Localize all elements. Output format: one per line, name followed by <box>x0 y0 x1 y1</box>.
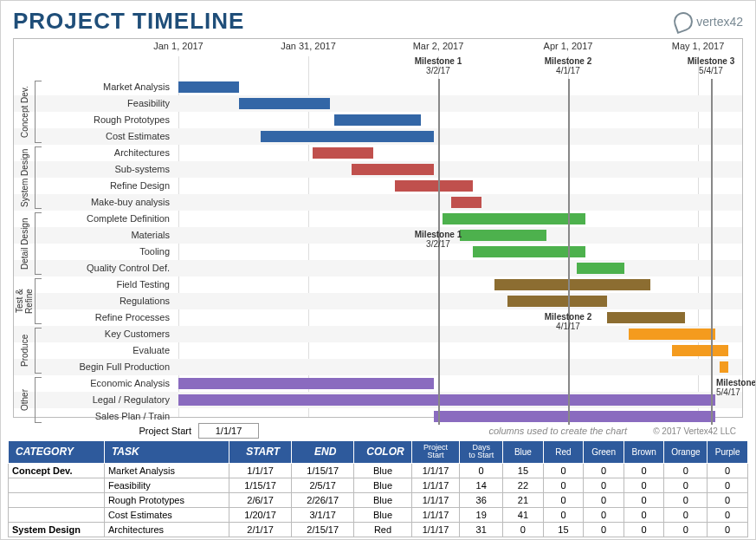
axis-tick: Jan 1, 2017 <box>153 41 204 51</box>
columns-note: columns used to create the chart <box>488 426 627 436</box>
table-cell[interactable]: 3/1/17 <box>292 507 354 522</box>
table-cell: 31 <box>460 522 503 537</box>
task-row: Market Analysis <box>14 79 742 95</box>
milestone-line <box>438 79 440 425</box>
task-label: Cost Estimates <box>43 128 173 145</box>
table-header: Days to Start <box>460 441 503 464</box>
table-cell: 0 <box>624 478 664 492</box>
table-header: Project Start <box>411 441 459 464</box>
table-header: COLOR <box>354 441 412 464</box>
table-header: Red <box>543 441 584 464</box>
task-row: Key Customers <box>14 326 742 342</box>
table-cell[interactable]: Rough Prototypes <box>104 492 229 507</box>
logo-swirl-icon <box>671 9 695 33</box>
table-cell: 0 <box>584 507 624 522</box>
table-cell[interactable]: 2/15/17 <box>292 522 354 537</box>
milestone-callout: Milestone 35/4/17 <box>716 378 756 397</box>
table-cell[interactable]: 2/6/17 <box>229 492 292 507</box>
gantt-bar <box>451 197 481 208</box>
table-header: TASK <box>104 441 229 464</box>
group-brace <box>35 212 42 275</box>
gantt-bar <box>720 361 728 373</box>
table-cell: 0 <box>584 522 624 537</box>
table-cell[interactable]: 2/26/17 <box>292 492 354 507</box>
project-start-label: Project Start <box>8 426 198 436</box>
milestone-label: Milestone 35/4/17 <box>688 56 734 75</box>
table-cell[interactable] <box>9 492 105 507</box>
task-label: Regulations <box>43 293 173 309</box>
group-label: Other <box>16 375 33 425</box>
table-cell: 22 <box>503 478 544 492</box>
table-cell[interactable]: Red <box>354 522 412 537</box>
milestone-label: Milestone 13/2/17 <box>415 56 462 75</box>
table-cell: 0 <box>664 463 708 478</box>
table-cell: 0 <box>460 463 503 478</box>
table-cell[interactable]: 2/5/17 <box>292 478 354 492</box>
table-cell: 0 <box>584 463 624 478</box>
page-title: PROJECT TIMELINE <box>13 8 244 35</box>
table-cell: 1/1/17 <box>411 522 459 537</box>
table-cell: 14 <box>460 478 503 492</box>
table-cell: 1/1/17 <box>411 463 459 478</box>
table-cell: 0 <box>624 522 664 537</box>
task-row: Field Testing <box>14 277 742 293</box>
task-label: Complete Definition <box>43 211 173 227</box>
table-cell[interactable] <box>9 478 105 492</box>
task-label: Begin Full Production <box>43 359 173 375</box>
table-cell: 0 <box>664 492 708 507</box>
table-cell: 0 <box>624 463 664 478</box>
table-cell[interactable]: Cost Estimates <box>104 507 229 522</box>
table-cell[interactable]: Architectures <box>104 522 229 537</box>
table-cell[interactable]: 2/1/17 <box>229 522 292 537</box>
table-header: END <box>292 441 354 464</box>
gantt-bar <box>395 180 473 192</box>
table-cell[interactable]: System Design <box>9 522 105 537</box>
group-label: Detail Design <box>16 211 33 277</box>
table-cell: 0 <box>543 478 584 492</box>
table-cell[interactable]: 1/15/17 <box>292 463 354 478</box>
table-cell: 15 <box>503 463 544 478</box>
table-cell: 0 <box>664 522 708 537</box>
task-label: Evaluate <box>43 342 173 359</box>
table-cell[interactable]: Concept Dev. <box>9 463 105 478</box>
gantt-bar <box>460 230 546 241</box>
table-cell: 0 <box>708 478 748 492</box>
task-label: Materials <box>43 227 173 244</box>
table-row: Rough Prototypes2/6/172/26/17Blue1/1/173… <box>9 492 748 507</box>
gantt-bar <box>494 279 650 290</box>
table-cell[interactable]: 1/15/17 <box>229 478 292 492</box>
milestone-callout: Milestone 13/2/17 <box>415 230 462 249</box>
milestone-callout: Milestone 24/1/17 <box>545 312 591 331</box>
group-brace <box>35 328 42 374</box>
gantt-bar <box>607 312 685 323</box>
table-cell: 0 <box>543 463 584 478</box>
task-label: Refine Processes <box>43 309 173 326</box>
group-label: Produce <box>16 326 33 375</box>
table-cell[interactable] <box>9 507 105 522</box>
milestone-label: Milestone 24/1/17 <box>545 56 591 75</box>
table-cell[interactable]: 1/1/17 <box>229 463 292 478</box>
table-cell: 0 <box>664 478 708 492</box>
table-cell[interactable]: Blue <box>354 507 412 522</box>
axis-tick: May 1, 2017 <box>672 41 725 51</box>
table-cell[interactable]: Blue <box>354 463 412 478</box>
table-cell[interactable]: 1/20/17 <box>229 507 292 522</box>
axis-tick: Jan 31, 2017 <box>281 41 336 51</box>
gantt-bar <box>178 81 239 93</box>
task-label: Field Testing <box>43 277 173 293</box>
table-cell[interactable]: Feasibility <box>104 478 229 492</box>
gantt-chart: Jan 1, 2017Jan 31, 2017Mar 2, 2017Apr 1,… <box>13 38 743 418</box>
table-cell: 0 <box>708 463 748 478</box>
table-header: Brown <box>624 441 664 464</box>
table-cell: 0 <box>543 507 584 522</box>
table-cell: 0 <box>708 507 748 522</box>
table-cell[interactable]: Blue <box>354 478 412 492</box>
project-start-value[interactable]: 1/1/17 <box>198 423 259 439</box>
table-header: Purple <box>708 441 748 464</box>
table-cell[interactable]: Blue <box>354 492 412 507</box>
task-row: Quality Control Def. <box>14 260 742 277</box>
table-header: CATEGORY <box>9 441 105 464</box>
task-label: Legal / Regulatory <box>43 392 173 408</box>
task-row: Economic Analysis <box>14 375 742 392</box>
table-cell[interactable]: Market Analysis <box>104 463 229 478</box>
